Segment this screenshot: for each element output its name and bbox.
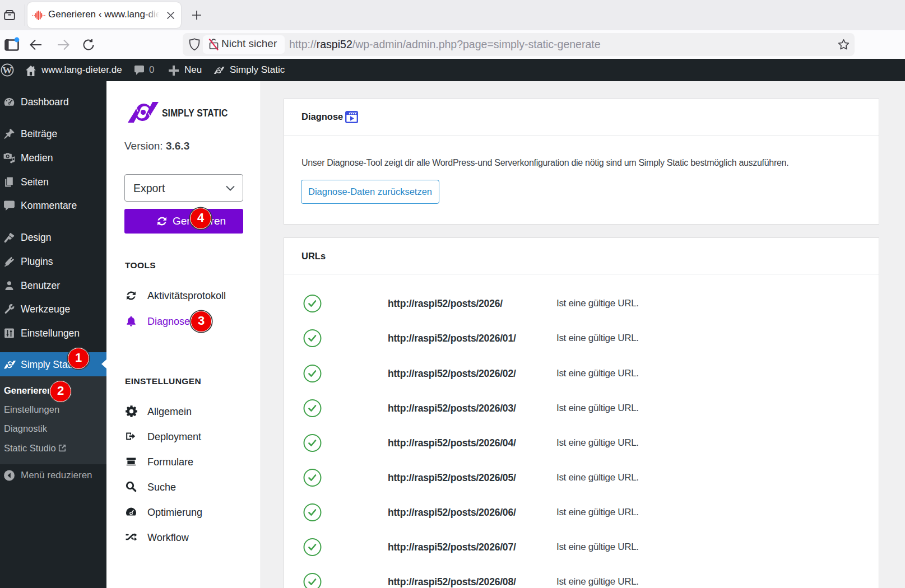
svg-text:W: W (2, 64, 12, 76)
